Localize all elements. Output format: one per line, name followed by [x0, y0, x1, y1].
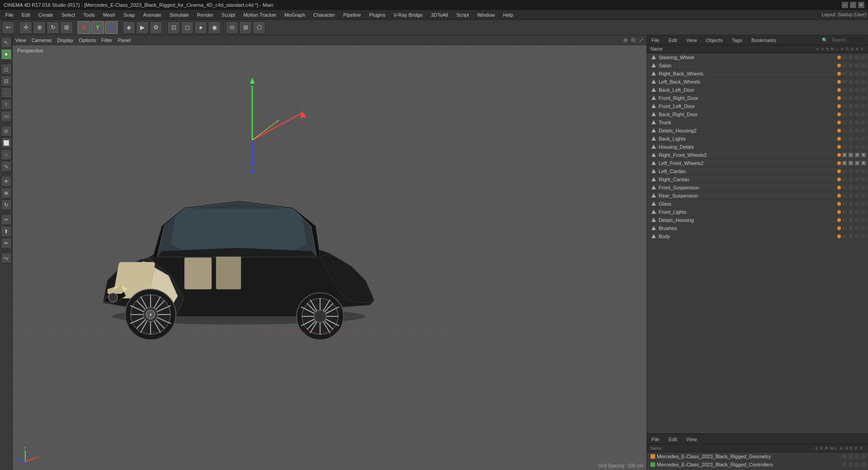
x-axis-button[interactable]: X — [78, 21, 90, 34]
obj-edit-menu[interactable]: Edit — [667, 38, 679, 43]
object-col-icon[interactable] — [854, 55, 860, 60]
move-button[interactable]: ✛ — [19, 21, 32, 34]
object-col-icon[interactable] — [848, 79, 854, 85]
wireframe-button[interactable]: ⊡ — [167, 21, 180, 34]
object-col-icon[interactable] — [854, 226, 860, 231]
object-col-icon[interactable] — [861, 103, 866, 109]
object-col-icon[interactable] — [842, 71, 847, 76]
object-col-icon[interactable] — [848, 169, 854, 174]
object-search-input[interactable] — [829, 37, 865, 44]
object-row[interactable]: Detals_Housing2 — [647, 127, 868, 135]
object-mode[interactable]: ◻ — [1, 64, 12, 75]
object-col-icon[interactable] — [848, 201, 854, 207]
object-col-icon[interactable] — [861, 193, 866, 198]
object-col-icon[interactable] — [842, 112, 847, 117]
object-row[interactable]: Steering_Wheel — [647, 53, 868, 61]
object-col-icon[interactable] — [842, 226, 847, 231]
object-row[interactable]: Right_Back_Wheels — [647, 70, 868, 78]
circle-selection[interactable]: ○ — [1, 149, 12, 160]
render-button[interactable]: ▶ — [136, 21, 149, 34]
object-col-icon[interactable]: ✕ — [861, 160, 866, 166]
object-col-icon[interactable] — [861, 169, 866, 174]
obj-file-menu[interactable]: File — [650, 38, 661, 43]
viewport-menu-options[interactable]: Options — [79, 38, 96, 43]
object-row[interactable]: Left_Cardan — [647, 167, 868, 175]
object-row[interactable]: Brushes — [647, 224, 868, 232]
object-row[interactable]: Back_Left_Door — [647, 86, 868, 94]
object-visibility-dot[interactable] — [837, 161, 841, 165]
object-col-icon[interactable] — [842, 63, 847, 68]
menu-select[interactable]: Select — [58, 11, 79, 19]
texture-mode[interactable]: ⊡ — [1, 75, 12, 86]
object-visibility-dot[interactable] — [837, 56, 841, 59]
viewport-fullscreen-icon[interactable]: ⤢ — [639, 37, 644, 43]
object-col-icon[interactable] — [861, 209, 866, 215]
object-col-icon[interactable] — [848, 95, 854, 101]
lasso-selection[interactable]: ∿ — [1, 161, 12, 172]
object-col-icon[interactable] — [848, 177, 854, 182]
object-visibility-dot[interactable] — [837, 137, 841, 141]
object-col-icon[interactable] — [848, 120, 854, 125]
object-col-icon[interactable] — [854, 177, 860, 182]
object-visibility-dot[interactable] — [837, 96, 841, 100]
object-visibility-dot[interactable] — [837, 210, 841, 214]
menu-snap[interactable]: Snap — [120, 11, 139, 19]
object-col-icon[interactable] — [842, 144, 847, 150]
object-col-icon[interactable] — [842, 201, 847, 207]
edge-mode[interactable]: ⌇ — [1, 99, 12, 110]
object-row[interactable]: Rear_Suspension — [647, 192, 868, 200]
object-col-icon[interactable] — [861, 226, 866, 231]
object-visibility-dot[interactable] — [837, 80, 841, 84]
attr-col-icon[interactable] — [861, 454, 866, 459]
object-col-icon[interactable] — [848, 112, 854, 117]
viewport-menu-cameras[interactable]: Cameras — [32, 38, 52, 43]
z-axis-button[interactable]: Z — [105, 21, 118, 34]
viewport-scene[interactable]: ✦ — [13, 45, 646, 470]
object-col-icon[interactable] — [854, 95, 860, 101]
menu-motion-tracker[interactable]: Motion Tracker — [240, 11, 280, 19]
object-col-icon[interactable] — [854, 217, 860, 223]
object-col-icon[interactable] — [854, 128, 860, 133]
object-col-icon[interactable] — [854, 63, 860, 68]
object-col-icon[interactable] — [842, 169, 847, 174]
object-snap-button[interactable]: ⊙ — [226, 21, 238, 34]
object-col-icon[interactable] — [842, 87, 847, 93]
object-col-icon[interactable] — [842, 136, 847, 141]
object-row[interactable]: Housing_Detals — [647, 143, 868, 151]
object-col-icon[interactable] — [854, 112, 860, 117]
object-col-icon[interactable]: ✕ — [842, 160, 847, 166]
object-visibility-dot[interactable] — [837, 129, 841, 132]
menu-help[interactable]: Help — [500, 11, 517, 19]
object-col-icon[interactable] — [861, 87, 866, 93]
object-col-icon[interactable] — [854, 144, 860, 150]
object-col-icon[interactable] — [842, 103, 847, 109]
model-mode[interactable]: ■ — [1, 49, 12, 60]
object-col-icon[interactable] — [842, 55, 847, 60]
object-col-icon[interactable] — [848, 55, 854, 60]
viewport-menu-view[interactable]: View — [15, 38, 26, 43]
object-col-icon[interactable] — [848, 63, 854, 68]
live-selection[interactable]: ⊙ — [1, 126, 12, 136]
viewport-menu-filter[interactable]: Filter — [101, 38, 112, 43]
attr-view-menu[interactable]: View — [684, 437, 699, 442]
menu-mograph[interactable]: MoGraph — [281, 11, 309, 19]
object-col-icon[interactable] — [848, 193, 854, 198]
close-button[interactable]: ✕ — [858, 2, 864, 8]
object-row[interactable]: Front_Left_Door — [647, 102, 868, 110]
transform-button[interactable]: ⊞ — [60, 21, 73, 34]
object-col-icon[interactable] — [848, 234, 854, 239]
menu-vray-bridge[interactable]: V-Ray Bridge — [390, 11, 427, 19]
menu-3dtoall[interactable]: 3DToAll — [427, 11, 452, 19]
object-col-icon[interactable]: ✕ — [842, 152, 847, 158]
object-col-icon[interactable] — [842, 193, 847, 198]
object-col-icon[interactable]: ✕ — [861, 152, 866, 158]
object-col-icon[interactable] — [842, 217, 847, 223]
object-visibility-dot[interactable] — [837, 218, 841, 222]
menu-window[interactable]: Window — [473, 11, 498, 19]
gouraud-button[interactable]: ● — [194, 21, 207, 34]
object-visibility-dot[interactable] — [837, 226, 841, 230]
object-col-icon[interactable] — [861, 112, 866, 117]
attr-col-icon[interactable] — [842, 454, 847, 459]
object-visibility-dot[interactable] — [837, 104, 841, 108]
object-row[interactable]: Left_Front_Wheels2✕✕✕✕ — [647, 159, 868, 167]
